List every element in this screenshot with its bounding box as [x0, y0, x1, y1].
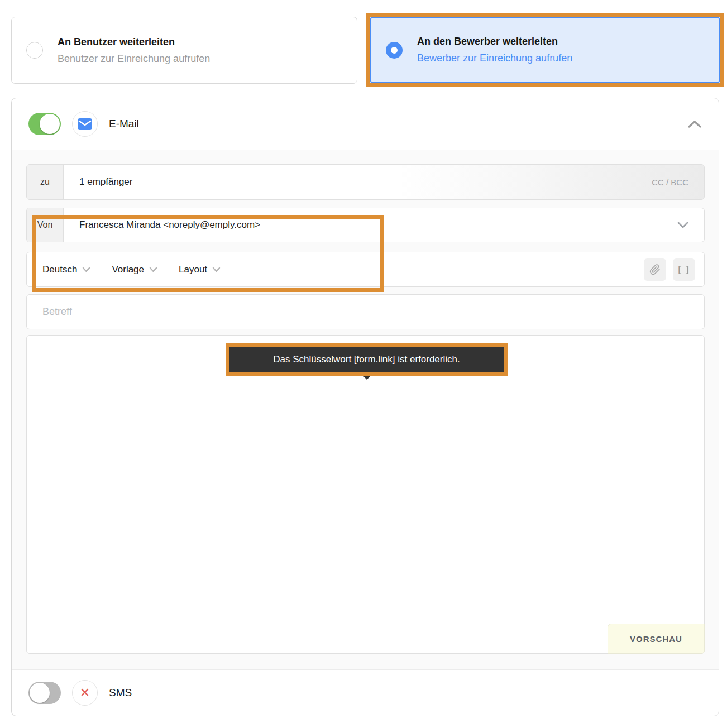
from-label: Von: [27, 208, 64, 242]
attachment-button[interactable]: [644, 258, 666, 281]
sms-channel-icon-circle: ✕: [72, 680, 98, 706]
cc-bcc-button[interactable]: CC / BCC: [652, 165, 704, 199]
validation-tooltip-wrap: Das Schlüsselwort [form.link] ist erford…: [226, 343, 508, 380]
option-forward-to-applicant[interactable]: An den Bewerber weiterleiten Bewerber zu…: [370, 17, 720, 83]
email-editor-area: zu 1 empfänger CC / BCC Von Francesca Mi…: [12, 150, 719, 670]
email-channel-header: E-Mail: [12, 98, 719, 150]
option-user-title: An Benutzer weiterleiten: [58, 36, 210, 48]
sms-toggle[interactable]: [28, 682, 61, 704]
toggle-knob: [40, 114, 60, 134]
email-channel-label: E-Mail: [109, 118, 139, 130]
toggle-knob: [30, 683, 50, 703]
layout-dropdown[interactable]: Layout: [179, 264, 221, 275]
tooltip-caret: [363, 376, 371, 380]
radio-unselected-icon[interactable]: [26, 42, 43, 59]
from-value[interactable]: Francesca Miranda <noreply@emply.com>: [64, 208, 677, 242]
chevron-down-icon: [212, 267, 221, 272]
envelope-icon: [78, 118, 92, 130]
from-dropdown-chevron-icon[interactable]: [677, 208, 704, 242]
merge-keywords-button[interactable]: [ ]: [673, 258, 695, 281]
paperclip-icon: [649, 264, 661, 275]
language-dropdown[interactable]: Deutsch: [42, 264, 90, 275]
option-texts: An Benutzer weiterleiten Benutzer zur Ei…: [58, 36, 210, 65]
template-dropdown[interactable]: Vorlage: [112, 264, 157, 275]
collapse-chevron-up-icon[interactable]: [687, 119, 702, 128]
validation-tooltip: Das Schlüsselwort [form.link] ist erford…: [226, 343, 508, 376]
option-applicant-title: An den Bewerber weiterleiten: [417, 36, 572, 47]
chevron-down-icon: [149, 267, 157, 272]
recipient-field[interactable]: zu 1 empfänger CC / BCC: [26, 164, 705, 200]
radio-selected-icon[interactable]: [386, 42, 403, 59]
subject-input[interactable]: [27, 295, 704, 329]
email-channel-icon-circle: [72, 111, 98, 137]
brackets-icon: [ ]: [678, 265, 690, 275]
subject-field[interactable]: [26, 294, 705, 329]
sender-field[interactable]: Von Francesca Miranda <noreply@emply.com…: [26, 208, 705, 242]
highlight-border-applicant-option: An den Bewerber weiterleiten Bewerber zu…: [366, 13, 724, 87]
email-message-body[interactable]: VORSCHAU: [26, 335, 705, 654]
to-value[interactable]: 1 empfänger: [64, 165, 652, 199]
option-applicant-link[interactable]: Bewerber zur Einreichung aufrufen: [417, 52, 572, 64]
message-panel: E-Mail zu 1 empfänger CC / BCC Von Franc…: [11, 98, 719, 716]
option-forward-to-user[interactable]: An Benutzer weiterleiten Benutzer zur Ei…: [11, 17, 357, 84]
layout-dropdown-label: Layout: [179, 264, 207, 275]
to-label: zu: [27, 165, 64, 199]
template-dropdown-label: Vorlage: [112, 264, 144, 275]
chevron-down-icon: [82, 267, 90, 272]
x-disabled-icon: ✕: [80, 687, 90, 699]
editor-toolbar: Deutsch Vorlage Layout [ ]: [26, 252, 705, 287]
sms-channel-header: ✕ SMS: [12, 670, 719, 716]
preview-button[interactable]: VORSCHAU: [608, 624, 705, 654]
sms-channel-label: SMS: [109, 687, 132, 699]
option-texts: An den Bewerber weiterleiten Bewerber zu…: [417, 36, 572, 64]
option-user-subtitle: Benutzer zur Einreichung aufrufen: [58, 53, 210, 65]
language-dropdown-label: Deutsch: [42, 264, 77, 275]
email-toggle[interactable]: [28, 113, 61, 135]
